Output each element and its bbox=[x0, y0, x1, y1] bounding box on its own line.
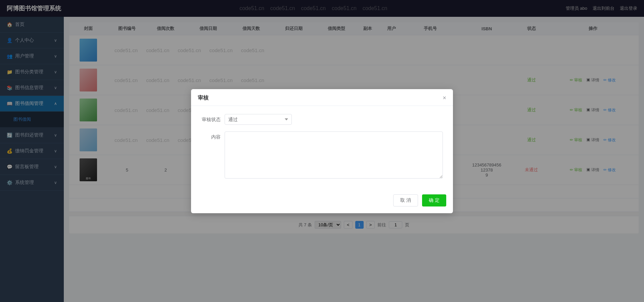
content-label: 内容 bbox=[201, 131, 225, 140]
dialog-footer: 取 消 确 定 bbox=[191, 190, 453, 213]
dialog-close-button[interactable]: × bbox=[443, 95, 446, 102]
status-control: 通过 未通过 bbox=[225, 114, 443, 125]
dialog-body: 审核状态 通过 未通过 内容 bbox=[191, 106, 453, 190]
dialog-title: 审核 bbox=[198, 95, 209, 102]
content-control bbox=[225, 131, 443, 180]
status-label: 审核状态 bbox=[201, 114, 225, 123]
audit-dialog: 审核 × 审核状态 通过 未通过 内容 取 消 确 bbox=[191, 89, 453, 213]
modal-overlay: 审核 × 审核状态 通过 未通过 内容 取 消 确 bbox=[0, 0, 644, 302]
content-textarea[interactable] bbox=[225, 131, 443, 179]
form-row-status: 审核状态 通过 未通过 bbox=[201, 114, 443, 125]
form-row-content: 内容 bbox=[201, 131, 443, 180]
dialog-header: 审核 × bbox=[191, 89, 453, 106]
confirm-button[interactable]: 确 定 bbox=[422, 194, 446, 206]
cancel-button[interactable]: 取 消 bbox=[393, 194, 418, 206]
status-select[interactable]: 通过 未通过 bbox=[225, 114, 292, 125]
